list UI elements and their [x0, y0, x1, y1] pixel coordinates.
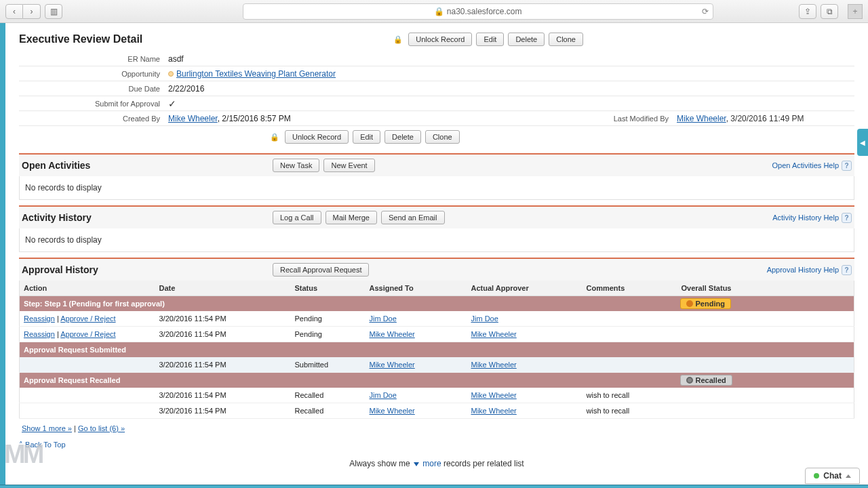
chat-button[interactable]: Chat	[805, 468, 860, 484]
row-date: 3/20/2016 11:54 PM	[155, 403, 291, 419]
created-by-date: , 2/15/2016 8:57 PM	[218, 114, 291, 123]
chevron-down-icon[interactable]	[414, 462, 419, 466]
assigned-link[interactable]: Mike Wheeler	[370, 361, 415, 369]
col-approver: Actual Approver	[467, 281, 583, 296]
assigned-link[interactable]: Jim Doe	[370, 391, 397, 399]
recalled-badge: Recalled	[680, 375, 732, 386]
new-event-button[interactable]: New Event	[323, 159, 374, 172]
status-dot-icon	[814, 473, 819, 479]
opportunity-link[interactable]: Burlington Textiles Weaving Plant Genera…	[176, 69, 336, 79]
unlock-record-button[interactable]: Unlock Record	[285, 130, 349, 144]
watermark: MM	[4, 440, 41, 469]
row-comments: wish to recall	[583, 388, 677, 403]
tabs-icon[interactable]: ⧉	[821, 4, 838, 19]
chevron-up-icon	[846, 474, 851, 478]
table-row: 3/20/2016 11:54 PM Recalled Mike Wheeler…	[20, 403, 854, 419]
send-email-button[interactable]: Send an Email	[381, 211, 445, 224]
approver-link[interactable]: Mike Wheeler	[471, 330, 517, 338]
detail-header: Executive Review Detail 🔒 Unlock Record …	[19, 28, 854, 49]
last-modified-date: , 3/20/2016 11:49 PM	[726, 114, 804, 123]
more-link[interactable]: more	[422, 459, 441, 468]
row-status: Submitted	[291, 357, 366, 373]
help-icon[interactable]: ?	[842, 213, 852, 223]
url-bar[interactable]: 🔒 na30.salesforce.com ⟳	[243, 3, 713, 20]
back-button[interactable]: ‹	[5, 4, 23, 19]
row-date: 3/20/2016 11:54 PM	[155, 388, 291, 403]
lock-icon: 🔒	[270, 133, 279, 142]
sidebar-toggle-icon[interactable]: ▥	[45, 4, 62, 19]
approver-link[interactable]: Mike Wheeler	[471, 391, 517, 399]
go-to-list-link[interactable]: Go to list (6) »	[78, 424, 125, 432]
activity-history-help-link[interactable]: Activity History Help	[772, 214, 839, 222]
approval-history-section: Approval History Recall Approval Request…	[19, 258, 854, 438]
mail-merge-button[interactable]: Mail Merge	[326, 211, 377, 224]
col-date: Date	[155, 281, 291, 296]
log-call-button[interactable]: Log a Call	[273, 211, 321, 224]
clone-button[interactable]: Clone	[549, 33, 583, 46]
row-comments: wish to recall	[583, 403, 677, 419]
approver-link[interactable]: Mike Wheeler	[471, 361, 517, 369]
approve-reject-link[interactable]: Approve / Reject	[60, 314, 115, 323]
table-row: Reassign | Approve / Reject 3/20/2016 11…	[20, 327, 854, 342]
assigned-link[interactable]: Mike Wheeler	[370, 407, 415, 415]
approver-link[interactable]: Mike Wheeler	[471, 407, 517, 415]
new-tab-button[interactable]: +	[848, 4, 863, 19]
row-date: 3/20/2016 11:54 PM	[155, 327, 291, 342]
show-more-link[interactable]: Show 1 more »	[22, 424, 72, 432]
created-by-link[interactable]: Mike Wheeler	[168, 114, 218, 123]
side-panel-toggle[interactable]	[857, 129, 868, 156]
approve-reject-link[interactable]: Approve / Reject	[60, 330, 115, 338]
last-modified-link[interactable]: Mike Wheeler	[677, 114, 726, 123]
row-date: 3/20/2016 11:54 PM	[155, 357, 291, 373]
field-label: Submit for Approval	[19, 100, 168, 108]
help-icon[interactable]: ?	[842, 265, 852, 275]
page-title: Executive Review Detail	[19, 33, 142, 45]
pending-badge: Pending	[680, 298, 731, 309]
approval-history-help-link[interactable]: Approval History Help	[767, 266, 839, 274]
er-name-value: asdf	[168, 54, 854, 64]
edit-button[interactable]: Edit	[476, 33, 504, 46]
row-comments	[583, 311, 677, 327]
new-task-button[interactable]: New Task	[273, 159, 319, 172]
assigned-link[interactable]: Jim Doe	[370, 314, 397, 323]
help-icon[interactable]: ?	[842, 161, 852, 171]
approver-link[interactable]: Jim Doe	[471, 314, 498, 323]
row-date: 3/20/2016 11:54 PM	[155, 311, 291, 327]
assigned-link[interactable]: Mike Wheeler	[370, 330, 415, 338]
approval-group-header: Step: Step 1 (Pending for first approval…	[20, 296, 677, 312]
unlock-record-button[interactable]: Unlock Record	[408, 33, 472, 46]
lock-icon: 🔒	[434, 7, 444, 16]
opportunity-icon	[168, 71, 174, 77]
lock-icon: 🔒	[393, 35, 403, 44]
col-assigned: Assigned To	[366, 281, 467, 296]
reassign-link[interactable]: Reassign	[24, 314, 55, 323]
clone-button[interactable]: Clone	[425, 130, 460, 144]
row-status: Pending	[291, 311, 366, 327]
due-date-value: 2/22/2016	[168, 84, 854, 94]
delete-button[interactable]: Delete	[384, 130, 421, 144]
table-row: 3/20/2016 11:54 PM Submitted Mike Wheele…	[20, 357, 854, 373]
reload-icon[interactable]: ⟳	[702, 7, 709, 16]
forward-button[interactable]: ›	[23, 4, 41, 19]
col-overall: Overall Status	[677, 281, 854, 296]
recall-approval-button[interactable]: Recall Approval Request	[273, 263, 369, 277]
approval-table: Action Date Status Assigned To Actual Ap…	[19, 281, 854, 419]
detail-fields: ER Name asdf Opportunity Burlington Text…	[19, 52, 854, 126]
edit-button[interactable]: Edit	[353, 130, 380, 144]
row-comments	[583, 327, 677, 342]
field-label: Due Date	[19, 85, 168, 93]
approval-group-header: Approval Request Submitted	[20, 342, 854, 358]
field-label: ER Name	[19, 55, 168, 63]
approval-footer: Show 1 more » | Go to list (6) »	[19, 419, 854, 438]
section-title: Activity History	[22, 212, 273, 223]
activity-history-section: Activity History Log a Call Mail Merge S…	[19, 205, 854, 252]
table-row: 3/20/2016 11:54 PM Recalled Jim Doe Mike…	[20, 388, 854, 403]
open-activities-help-link[interactable]: Open Activities Help	[772, 161, 839, 169]
row-comments	[583, 357, 677, 373]
reassign-link[interactable]: Reassign	[24, 330, 55, 338]
table-row: Reassign | Approve / Reject 3/20/2016 11…	[20, 311, 854, 327]
col-action: Action	[20, 281, 155, 296]
open-activities-body: No records to display	[19, 176, 854, 200]
share-icon[interactable]: ⇪	[799, 4, 816, 19]
delete-button[interactable]: Delete	[508, 33, 545, 46]
